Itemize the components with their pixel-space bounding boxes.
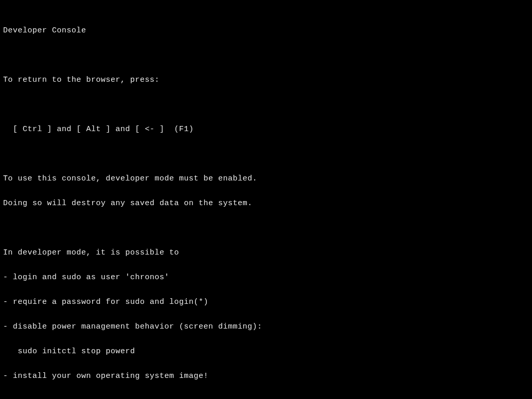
blank-line (3, 150, 529, 158)
possible-item-2: - require a password for sudo and login(… (3, 298, 529, 306)
blank-line (3, 101, 529, 109)
developer-console-terminal[interactable]: Developer Console To return to the brows… (0, 0, 532, 399)
return-instruction: To return to the browser, press: (3, 76, 529, 84)
blank-line (3, 397, 529, 399)
possible-item-4: - install your own operating system imag… (3, 372, 529, 380)
devmode-note-2: Doing so will destroy any saved data on … (3, 199, 529, 208)
blank-line (3, 224, 529, 232)
return-keys: [ Ctrl ] and [ Alt ] and [ <- ] (F1) (3, 125, 529, 134)
devmode-note-1: To use this console, developer mode must… (3, 175, 529, 183)
blank-line (3, 51, 529, 60)
console-header: Developer Console (3, 27, 529, 35)
possible-item-3-cmd: sudo initctl stop powerd (3, 348, 529, 356)
possible-item-3: - disable power management behavior (scr… (3, 323, 529, 331)
possible-item-1: - login and sudo as user 'chronos' (3, 274, 529, 282)
possible-intro: In developer mode, it is possible to (3, 249, 529, 257)
